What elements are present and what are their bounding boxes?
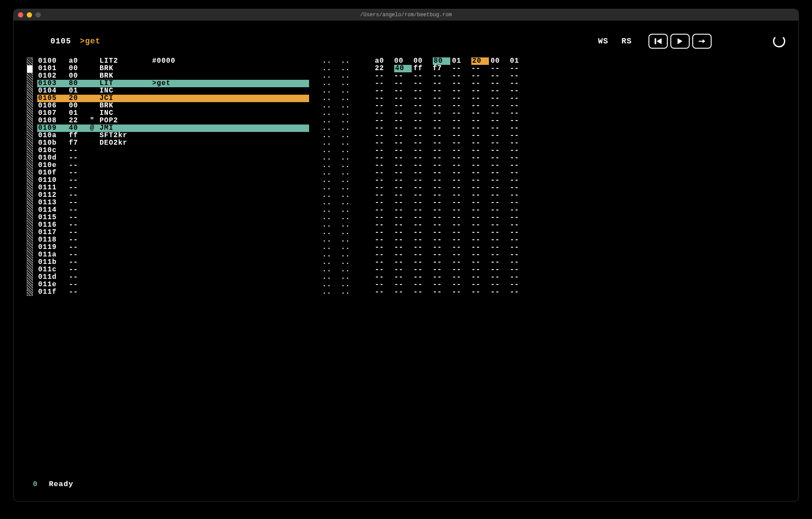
memory-row[interactable]: ----------------	[375, 266, 599, 274]
disasm-row[interactable]: 011d--	[37, 274, 309, 281]
memory-row[interactable]: ----------------	[375, 147, 599, 154]
disasm-row[interactable]: 010600BRK	[37, 102, 309, 110]
disasm-row[interactable]: 0119--	[37, 244, 309, 251]
memory-row[interactable]: ----------------	[375, 95, 599, 102]
disasm-row[interactable]: 0110--	[37, 177, 309, 184]
memory-cell: --	[471, 288, 491, 296]
memory-row[interactable]: ----------------	[375, 132, 599, 139]
memory-row[interactable]: ----------------	[375, 169, 599, 177]
memory-row[interactable]: ----------------	[375, 87, 599, 95]
addr-cell: 010e	[38, 162, 69, 169]
memory-row[interactable]: ----------------	[375, 139, 599, 147]
memory-row[interactable]: a000008001200001	[375, 57, 599, 65]
disasm-row[interactable]: 011c--	[37, 266, 309, 274]
memory-row[interactable]: ----------------	[375, 72, 599, 80]
disasm-row[interactable]: 0112--	[37, 192, 309, 199]
memory-cell: --	[375, 72, 394, 80]
memory-row[interactable]: ----------------	[375, 184, 599, 192]
stack-dots-row: .. ..	[322, 117, 362, 124]
memory-cell: --	[375, 184, 394, 192]
disasm-row[interactable]: 010401INC	[37, 87, 309, 95]
memory-cell: --	[413, 162, 433, 169]
disasm-row[interactable]: 0113--	[37, 199, 309, 206]
breakpoint-gutter[interactable]	[27, 57, 33, 296]
char-cell	[90, 162, 100, 169]
memory-pane[interactable]: a0000080012000012240fff7----------------…	[375, 57, 599, 296]
disasm-row[interactable]: 010affSFT2kr	[37, 132, 309, 139]
disasm-row[interactable]: 0115--	[37, 214, 309, 221]
disasm-row[interactable]: 010200BRK	[37, 72, 309, 80]
disasm-row[interactable]: 010e--	[37, 162, 309, 169]
memory-cell: --	[394, 184, 413, 192]
memory-row[interactable]: ----------------	[375, 288, 599, 296]
memory-row[interactable]: ----------------	[375, 259, 599, 266]
titlebar[interactable]: /Users/angelo/rom/beetbug.rom	[14, 9, 599, 21]
memory-row[interactable]: ----------------	[375, 214, 599, 221]
disasm-row[interactable]: 011e--	[37, 281, 309, 288]
stack-dots-row: .. ..	[322, 110, 362, 117]
addr-cell: 0107	[38, 110, 69, 117]
memory-row[interactable]: ----------------	[375, 110, 599, 117]
stack-dots-row: .. ..	[322, 281, 362, 288]
memory-cell: --	[433, 229, 452, 236]
memory-cell: --	[491, 117, 510, 124]
disasm-row[interactable]: 0116--	[37, 221, 309, 229]
memory-cell: --	[452, 177, 471, 184]
disasm-row[interactable]: 010100BRK	[37, 65, 309, 72]
memory-cell: --	[413, 259, 433, 266]
memory-row[interactable]: ----------------	[375, 102, 599, 110]
memory-row[interactable]: ----------------	[375, 192, 599, 199]
memory-row[interactable]: ----------------	[375, 229, 599, 236]
mnemonic-cell	[100, 199, 152, 206]
disasm-row[interactable]: 010c--	[37, 147, 309, 154]
disasm-row[interactable]: 0118--	[37, 236, 309, 244]
stack-dots-row: .. ..	[322, 162, 362, 169]
memory-row[interactable]: ----------------	[375, 206, 599, 214]
memory-cell: --	[452, 169, 471, 177]
disasm-row[interactable]: 010d--	[37, 154, 309, 162]
memory-cell: 00	[413, 57, 433, 65]
disasm-row[interactable]: 011a--	[37, 251, 309, 259]
memory-row[interactable]: ----------------	[375, 244, 599, 251]
disasm-row[interactable]: 0100a0LIT2#0000	[37, 57, 309, 65]
memory-row[interactable]: 2240fff7--------	[375, 65, 599, 72]
stack-dots-row: .. ..	[322, 177, 362, 184]
char-cell	[90, 288, 100, 296]
app-window: /Users/angelo/rom/beetbug.rom 0105 >get …	[13, 9, 599, 383]
disasm-row[interactable]: 0111--	[37, 184, 309, 192]
memory-cell: --	[471, 206, 491, 214]
memory-cell: --	[413, 147, 433, 154]
memory-row[interactable]: ----------------	[375, 274, 599, 281]
memory-cell: --	[413, 288, 433, 296]
memory-cell: --	[394, 236, 413, 244]
disasm-row[interactable]: 0114--	[37, 206, 309, 214]
byte-cell: 01	[69, 110, 90, 117]
memory-row[interactable]: ----------------	[375, 281, 599, 288]
memory-row[interactable]: ----------------	[375, 154, 599, 162]
disasm-row[interactable]: 010f--	[37, 169, 309, 177]
disasm-row[interactable]: 010bf7DEO2kr	[37, 139, 309, 147]
char-cell	[90, 65, 100, 72]
disasm-row[interactable]: 010520JCI	[37, 95, 309, 102]
memory-cell: --	[510, 95, 529, 102]
memory-cell: --	[491, 169, 510, 177]
memory-cell: --	[452, 221, 471, 229]
disasm-row[interactable]: 010380LIT>get	[37, 80, 309, 87]
memory-row[interactable]: ----------------	[375, 236, 599, 244]
memory-row[interactable]: ----------------	[375, 177, 599, 184]
disasm-row[interactable]: 010822"POP2	[37, 117, 309, 124]
disasm-row[interactable]: 011f--	[37, 288, 309, 296]
disasm-row[interactable]: 010940@JMI	[37, 124, 309, 132]
disassembly-pane[interactable]: 0100a0LIT2#0000010100BRK010200BRK010380L…	[37, 57, 309, 296]
memory-row[interactable]: ----------------	[375, 251, 599, 259]
memory-row[interactable]: ----------------	[375, 162, 599, 169]
memory-row[interactable]: ----------------	[375, 221, 599, 229]
memory-row[interactable]: ----------------	[375, 117, 599, 124]
disasm-row[interactable]: 010701INC	[37, 110, 309, 117]
disasm-row[interactable]: 011b--	[37, 259, 309, 266]
gutter-marker[interactable]	[27, 65, 32, 73]
memory-row[interactable]: ----------------	[375, 80, 599, 87]
memory-row[interactable]: ----------------	[375, 199, 599, 206]
memory-row[interactable]: ----------------	[375, 124, 599, 132]
disasm-row[interactable]: 0117--	[37, 229, 309, 236]
